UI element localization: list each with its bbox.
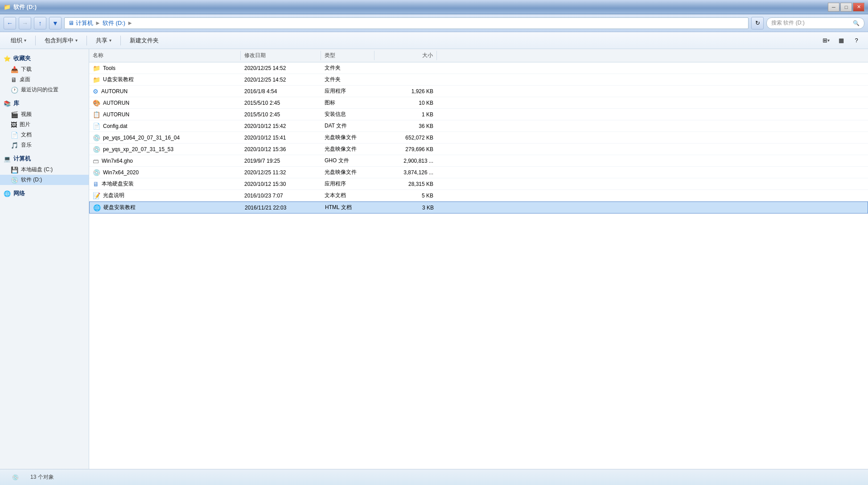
share-dropdown-icon: ▾ bbox=[109, 38, 111, 43]
file-icon: 📁 bbox=[93, 76, 100, 83]
toolbar: 组织 ▾ 包含到库中 ▾ 共享 ▾ 新建文件夹 ⊞ ▾ ▦ ? bbox=[0, 32, 868, 49]
add-to-library-button[interactable]: 包含到库中 ▾ bbox=[39, 34, 83, 47]
status-count: 13 个对象 bbox=[30, 473, 54, 481]
file-name: 硬盘安装教程 bbox=[103, 204, 136, 211]
up-button[interactable]: ↑ bbox=[34, 17, 46, 29]
search-box[interactable]: 搜索 软件 (D:) 🔍 bbox=[766, 17, 864, 29]
video-icon: 🎬 bbox=[11, 111, 18, 118]
breadcrumb-drive[interactable]: 软件 (D:) bbox=[103, 19, 125, 27]
maximize-button[interactable]: □ bbox=[840, 3, 852, 12]
file-name-cell: 📝 光盘说明 bbox=[89, 191, 241, 200]
drive-d-icon: 💿 bbox=[11, 177, 18, 184]
file-size-cell: 3,874,126 ... bbox=[374, 169, 437, 176]
breadcrumb-icon: 🖥 bbox=[68, 20, 74, 26]
file-type-cell: 应用程序 bbox=[321, 180, 374, 188]
file-icon: 🌐 bbox=[93, 204, 101, 211]
file-date-cell: 2020/10/12 15:41 bbox=[241, 134, 321, 141]
sidebar-item-download-label: 下载 bbox=[21, 66, 32, 73]
title-bar: 📁 软件 (D:) ─ □ ✕ bbox=[0, 0, 868, 14]
file-type-cell: 文件夹 bbox=[321, 64, 374, 72]
file-date-cell: 2020/12/25 14:52 bbox=[241, 76, 321, 83]
col-header-name[interactable]: 名称 bbox=[89, 51, 241, 60]
file-icon: 💿 bbox=[93, 169, 100, 176]
views-button[interactable]: ⊞ ▾ bbox=[820, 34, 832, 47]
col-header-modified[interactable]: 修改日期 bbox=[241, 51, 321, 60]
minimize-button[interactable]: ─ bbox=[828, 3, 839, 12]
recent-locations-button[interactable]: ▼ bbox=[49, 17, 62, 29]
file-type-cell: DAT 文件 bbox=[321, 122, 374, 130]
refresh-button[interactable]: ↻ bbox=[751, 17, 764, 29]
sidebar-section-computer-header[interactable]: 💻 计算机 bbox=[0, 153, 89, 164]
new-folder-button[interactable]: 新建文件夹 bbox=[124, 34, 164, 47]
title-bar-title: 📁 软件 (D:) bbox=[4, 3, 37, 11]
file-type-cell: 图标 bbox=[321, 99, 374, 107]
file-name: 本地硬盘安装 bbox=[102, 180, 134, 188]
table-row[interactable]: 🌐 硬盘安装教程 2016/11/21 22:03 HTML 文档 3 KB bbox=[89, 201, 868, 214]
table-row[interactable]: 📝 光盘说明 2016/10/23 7:07 文本文档 5 KB bbox=[89, 190, 868, 201]
file-date-cell: 2015/5/10 2:45 bbox=[241, 99, 321, 107]
table-row[interactable]: 📁 U盘安装教程 2020/12/25 14:52 文件夹 bbox=[89, 74, 868, 86]
file-name: U盘安装教程 bbox=[103, 76, 134, 83]
table-row[interactable]: 📁 Tools 2020/12/25 14:52 文件夹 bbox=[89, 62, 868, 74]
file-name-cell: 💿 pe_yqs_1064_20_07_31_16_04 bbox=[89, 134, 241, 142]
table-row[interactable]: 📋 AUTORUN 2015/5/10 2:45 安装信息 1 KB bbox=[89, 109, 868, 120]
table-row[interactable]: 🎨 AUTORUN 2015/5/10 2:45 图标 10 KB bbox=[89, 97, 868, 109]
file-name-cell: 🗃 Win7x64.gho bbox=[89, 157, 241, 165]
computer-label: 计算机 bbox=[13, 155, 31, 163]
favorites-label: 收藏夹 bbox=[13, 54, 31, 62]
search-icon[interactable]: 🔍 bbox=[853, 20, 860, 26]
share-button[interactable]: 共享 ▾ bbox=[91, 34, 117, 47]
sidebar-item-download[interactable]: 📥 下载 bbox=[0, 64, 89, 74]
file-size-cell: 10 KB bbox=[374, 99, 437, 107]
breadcrumb-computer[interactable]: 计算机 bbox=[76, 19, 93, 27]
file-icon: 💿 bbox=[93, 134, 100, 141]
file-date-cell: 2020/10/12 15:30 bbox=[241, 181, 321, 188]
file-name-cell: 📁 Tools bbox=[89, 64, 241, 72]
organize-label: 组织 bbox=[11, 37, 22, 45]
help-button[interactable]: ? bbox=[850, 34, 863, 47]
preview-pane-button[interactable]: ▦ bbox=[835, 34, 847, 47]
sidebar-item-pictures[interactable]: 🖼 图片 bbox=[0, 119, 89, 130]
file-name: Config.dat bbox=[103, 123, 128, 129]
file-type-cell: 安装信息 bbox=[321, 110, 374, 119]
table-row[interactable]: 📄 Config.dat 2020/10/12 15:42 DAT 文件 36 … bbox=[89, 120, 868, 132]
table-row[interactable]: 💿 pe_yqs_1064_20_07_31_16_04 2020/10/12 … bbox=[89, 132, 868, 144]
organize-button[interactable]: 组织 ▾ bbox=[5, 34, 32, 47]
file-name-cell: 📋 AUTORUN bbox=[89, 111, 241, 119]
download-icon: 📥 bbox=[11, 66, 18, 73]
file-size-cell: 1,926 KB bbox=[374, 88, 437, 95]
col-header-size[interactable]: 大小 bbox=[374, 51, 437, 60]
sidebar-item-video[interactable]: 🎬 视频 bbox=[0, 109, 89, 119]
col-header-type[interactable]: 类型 bbox=[321, 51, 374, 60]
table-row[interactable]: 🗃 Win7x64.gho 2019/9/7 19:25 GHO 文件 2,90… bbox=[89, 155, 868, 167]
table-row[interactable]: 💿 pe_yqs_xp_20_07_31_15_53 2020/10/12 15… bbox=[89, 144, 868, 155]
sidebar-section-favorites-header[interactable]: ⭐ 收藏夹 bbox=[0, 53, 89, 64]
table-row[interactable]: 🖥 本地硬盘安装 2020/10/12 15:30 应用程序 28,315 KB bbox=[89, 178, 868, 190]
sidebar-item-drive-c[interactable]: 💾 本地磁盘 (C:) bbox=[0, 164, 89, 175]
breadcrumb[interactable]: 🖥 计算机 ► 软件 (D:) ► bbox=[64, 17, 749, 29]
drive-c-icon: 💾 bbox=[11, 166, 18, 173]
file-name: AUTORUN bbox=[101, 88, 128, 95]
computer-icon: 💻 bbox=[4, 156, 11, 162]
file-date-cell: 2020/10/12 15:36 bbox=[241, 146, 321, 153]
file-name-cell: 💿 pe_yqs_xp_20_07_31_15_53 bbox=[89, 145, 241, 153]
help-icon: ? bbox=[855, 37, 858, 44]
desktop-icon: 🖥 bbox=[11, 76, 17, 83]
close-button[interactable]: ✕ bbox=[853, 3, 864, 12]
sidebar-item-drive-d[interactable]: 💿 软件 (D:) bbox=[0, 175, 89, 185]
breadcrumb-arrow: ► bbox=[127, 20, 133, 26]
file-size-cell bbox=[374, 68, 437, 69]
forward-button[interactable]: → bbox=[19, 17, 31, 29]
sidebar-item-music[interactable]: 🎵 音乐 bbox=[0, 140, 89, 150]
sidebar-section-library-header[interactable]: 📚 库 bbox=[0, 98, 89, 109]
library-icon: 📚 bbox=[4, 100, 11, 107]
sidebar-item-recent[interactable]: 🕐 最近访问的位置 bbox=[0, 85, 89, 95]
file-name-cell: 💿 Win7x64_2020 bbox=[89, 169, 241, 177]
back-button[interactable]: ← bbox=[4, 17, 16, 29]
sidebar-section-network-header[interactable]: 🌐 网络 bbox=[0, 188, 89, 199]
favorites-icon: ⭐ bbox=[4, 55, 11, 62]
sidebar-item-desktop[interactable]: 🖥 桌面 bbox=[0, 74, 89, 85]
sidebar-item-documents[interactable]: 📄 文档 bbox=[0, 130, 89, 140]
table-row[interactable]: ⚙ AUTORUN 2016/1/8 4:54 应用程序 1,926 KB bbox=[89, 86, 868, 97]
table-row[interactable]: 💿 Win7x64_2020 2020/12/25 11:32 光盘映像文件 3… bbox=[89, 167, 868, 178]
